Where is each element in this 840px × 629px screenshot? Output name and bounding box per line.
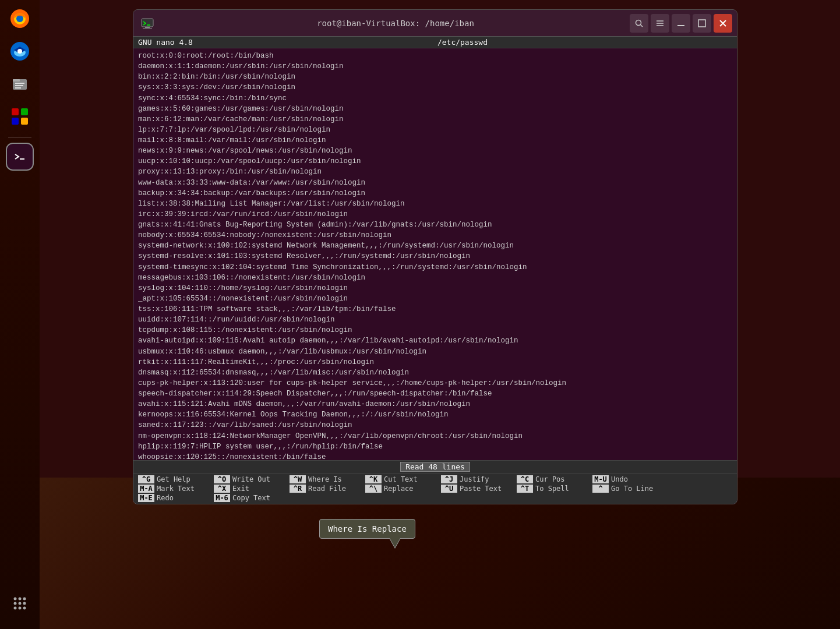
titlebar-minimize-button[interactable] — [672, 14, 690, 33]
titlebar-maximize-button[interactable] — [693, 14, 711, 33]
shortcut-label-replace: Replace — [384, 485, 414, 493]
shortcut-cut-text[interactable]: ^K Cut Text — [363, 475, 439, 484]
svg-point-24 — [23, 607, 26, 610]
shortcut-paste-text[interactable]: ^U Paste Text — [439, 484, 514, 493]
callout-bubble: Where Is Replace — [319, 519, 415, 539]
shortcut-key-mark-text: M-A — [138, 485, 154, 493]
shortcut-key-undo: M-U — [592, 475, 609, 483]
shortcut-replace[interactable]: ^\ Replace — [363, 484, 439, 493]
shortcut-label-redo: Redo — [157, 494, 174, 502]
taskbar — [0, 0, 40, 629]
callout-arrow-fill — [390, 538, 400, 547]
svg-rect-11 — [12, 108, 19, 115]
svg-rect-8 — [15, 83, 24, 84]
shortcut-key-replace: ^\ — [365, 485, 382, 493]
svg-point-16 — [14, 598, 17, 600]
titlebar-menu-button[interactable] — [651, 14, 669, 33]
titlebar-app-icon — [138, 14, 157, 33]
svg-point-29 — [636, 20, 641, 25]
shortcut-key-cut-text: ^K — [365, 475, 382, 483]
file-content: root:x:0:0:root:/root:/bin/bash daemon:x… — [138, 51, 732, 460]
taskbar-icon-terminal[interactable] — [6, 143, 34, 171]
titlebar: root@iban-VirtualBox: /home/iban — [133, 10, 737, 37]
callout-text: Where Is Replace — [328, 524, 407, 533]
taskbar-bottom — [6, 589, 34, 620]
shortcut-label-exit: Exit — [232, 485, 249, 493]
svg-rect-9 — [15, 85, 23, 86]
shortcut-write-out[interactable]: ^O Write Out — [211, 475, 287, 484]
svg-line-30 — [641, 24, 643, 27]
shortcut-exit[interactable]: ^X Exit — [211, 484, 287, 493]
svg-rect-10 — [15, 87, 21, 89]
svg-point-23 — [19, 607, 22, 610]
terminal-window: root@iban-VirtualBox: /home/iban — [133, 9, 737, 504]
shortcut-key-get-help: ^G — [138, 475, 154, 483]
shortcut-key-go-to-line: ^ — [592, 485, 609, 493]
shortcut-label-paste-text: Paste Text — [460, 485, 502, 493]
titlebar-title: root@iban-VirtualBox: /home/iban — [161, 19, 630, 28]
shortcut-label-read-file: Read File — [308, 485, 346, 493]
svg-rect-13 — [12, 118, 19, 125]
svg-point-19 — [14, 602, 17, 605]
shortcut-label-get-help: Get Help — [157, 475, 190, 483]
svg-rect-27 — [145, 27, 150, 28]
shortcut-label-go-to-line: Go To Line — [611, 485, 653, 493]
svg-rect-25 — [142, 19, 153, 27]
nano-statusbar: Read 48 lines — [133, 460, 737, 473]
taskbar-icon-appstore[interactable] — [6, 103, 34, 130]
shortcut-key-to-spell: ^T — [517, 485, 533, 493]
svg-rect-35 — [698, 20, 705, 27]
shortcut-key-where-is: ^W — [290, 475, 306, 483]
shortcut-key-write-out: ^O — [214, 475, 230, 483]
titlebar-close-button[interactable] — [714, 14, 732, 33]
shortcut-label-justify: Justify — [460, 475, 489, 483]
shortcut-justify[interactable]: ^J Justify — [439, 475, 514, 484]
shortcut-copy-text[interactable]: M-6 Copy Text — [211, 493, 287, 503]
shortcut-label-mark-text: Mark Text — [157, 485, 195, 493]
shortcut-label-where-is: Where Is — [308, 475, 342, 483]
taskbar-icon-files[interactable] — [6, 70, 34, 98]
taskbar-divider — [8, 137, 31, 138]
titlebar-search-button[interactable] — [630, 14, 648, 33]
taskbar-icon-thunderbird[interactable] — [6, 37, 34, 65]
svg-point-22 — [14, 607, 17, 610]
svg-point-17 — [19, 598, 22, 600]
svg-rect-14 — [21, 118, 28, 125]
shortcut-key-paste-text: ^U — [441, 485, 457, 493]
shortcut-label-cut-text: Cut Text — [384, 475, 418, 483]
nano-shortcuts: ^G Get Help ^O Write Out ^W Where Is ^K … — [133, 473, 737, 504]
svg-point-20 — [19, 602, 22, 605]
shortcut-to-spell[interactable]: ^T To Spell — [514, 484, 590, 493]
shortcut-key-cur-pos: ^C — [517, 475, 533, 483]
callout-container: Where Is Replace — [319, 519, 415, 539]
shortcut-read-file[interactable]: ^R Read File — [287, 484, 363, 493]
svg-rect-7 — [13, 79, 20, 82]
shortcut-label-to-spell: To Spell — [535, 485, 569, 493]
nano-header: GNU nano 4.8 /etc/passwd — [133, 37, 737, 48]
shortcut-undo[interactable]: M-U Undo — [590, 475, 666, 484]
shortcut-redo[interactable]: M-E Redo — [136, 493, 211, 503]
shortcut-key-read-file: ^R — [290, 485, 306, 493]
titlebar-buttons — [630, 14, 732, 33]
taskbar-icon-apps[interactable] — [6, 589, 34, 617]
shortcut-where-is[interactable]: ^W Where Is — [287, 475, 363, 484]
svg-rect-12 — [21, 108, 28, 115]
shortcut-key-exit: ^X — [214, 485, 230, 493]
svg-rect-28 — [143, 28, 152, 29]
nano-version: GNU nano 4.8 — [138, 38, 193, 47]
terminal-content[interactable]: root:x:0:0:root:/root:/bin/bash daemon:x… — [133, 48, 737, 460]
shortcut-cur-pos[interactable]: ^C Cur Pos — [514, 475, 590, 484]
shortcut-key-justify: ^J — [441, 475, 457, 483]
shortcut-key-copy-text: M-6 — [214, 494, 230, 502]
svg-point-5 — [17, 49, 22, 54]
shortcut-label-cur-pos: Cur Pos — [535, 475, 565, 483]
shortcut-go-to-line[interactable]: ^ Go To Line — [590, 484, 666, 493]
shortcut-get-help[interactable]: ^G Get Help — [136, 475, 211, 484]
shortcut-mark-text[interactable]: M-A Mark Text — [136, 484, 211, 493]
shortcut-key-redo: M-E — [138, 494, 154, 502]
taskbar-icon-firefox[interactable] — [6, 5, 34, 33]
svg-point-21 — [23, 602, 26, 605]
shortcut-label-undo: Undo — [611, 475, 628, 483]
nano-filename: /etc/passwd — [437, 38, 488, 47]
shortcut-label-write-out: Write Out — [232, 475, 270, 483]
